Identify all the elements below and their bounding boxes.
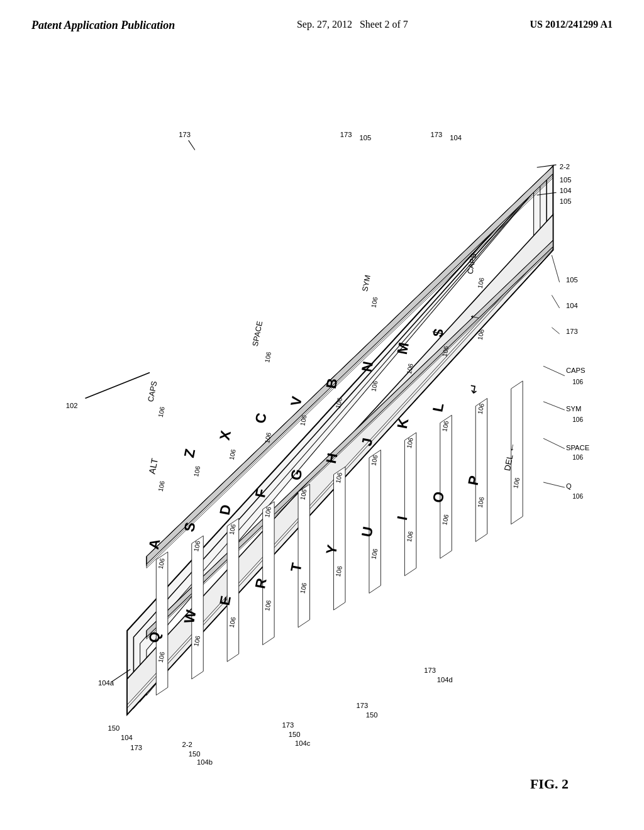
svg-text:SYM: SYM [566,405,581,412]
svg-text:2-2: 2-2 [182,741,192,748]
patent-diagram: 102 [19,63,623,805]
svg-text:106: 106 [572,379,583,385]
svg-text:105: 105 [360,134,372,141]
svg-text:CAPS: CAPS [566,367,586,374]
header-center: Sep. 27, 2012 Sheet 2 of 7 [297,19,408,30]
svg-text:←: ← [505,441,518,454]
svg-text:104d: 104d [437,676,453,683]
svg-text:106: 106 [572,493,583,500]
svg-text:173: 173 [130,744,142,751]
svg-text:150: 150 [366,711,378,719]
publication-title: Patent Application Publication [31,19,175,32]
svg-text:105: 105 [560,197,572,205]
patent-number: US 2012/241299 A1 [530,19,613,30]
svg-text:104c: 104c [295,739,311,747]
svg-text:SPACE: SPACE [566,444,590,451]
svg-text:105: 105 [560,176,572,184]
svg-text:173: 173 [179,131,191,138]
svg-text:150: 150 [189,750,201,758]
svg-text:106: 106 [572,416,583,423]
sheet-info: Sheet 2 of 7 [360,19,408,30]
figure-label: FIG. 2 [530,776,569,792]
svg-text:173: 173 [282,721,294,729]
svg-text:104: 104 [450,134,462,141]
svg-text:Q: Q [566,482,572,490]
svg-text:150: 150 [289,731,301,738]
svg-text:104: 104 [121,734,133,741]
svg-text:2-2: 2-2 [560,163,570,170]
svg-text:106: 106 [572,454,583,461]
svg-text:104b: 104b [197,758,213,766]
svg-text:173: 173 [340,131,352,138]
pub-date: Sep. 27, 2012 [297,19,352,30]
svg-text:104a: 104a [98,679,114,687]
svg-text:105: 105 [566,276,578,284]
svg-text:102: 102 [66,402,78,409]
svg-text:173: 173 [566,328,578,335]
svg-text:173: 173 [430,131,442,138]
svg-text:104: 104 [560,187,572,194]
svg-text:173: 173 [356,702,368,709]
header: Patent Application Publication Sep. 27, … [0,19,644,32]
svg-text:104: 104 [566,302,578,309]
page: Patent Application Publication Sep. 27, … [0,0,644,830]
svg-text:150: 150 [108,724,119,732]
svg-text:173: 173 [424,667,436,674]
